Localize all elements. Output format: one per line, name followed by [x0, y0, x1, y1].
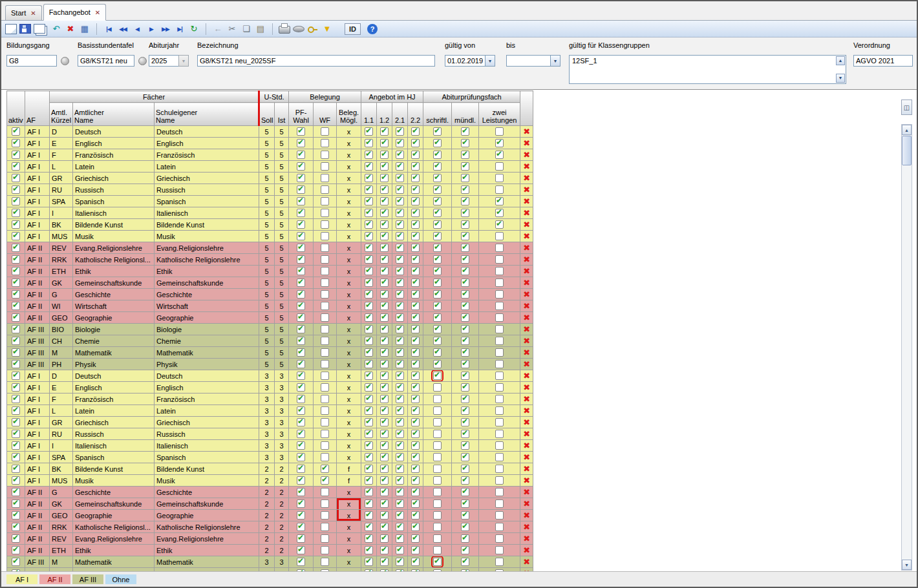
pf-wahl-checkbox[interactable]: ✔	[297, 395, 305, 403]
hj-1-1-checkbox[interactable]: ✔	[365, 313, 373, 322]
hj-1-2-checkbox[interactable]: ✔	[380, 511, 389, 520]
muendlich-checkbox[interactable]: ✔	[461, 348, 469, 357]
undo-icon[interactable]: ↶	[50, 23, 62, 35]
aktiv-checkbox[interactable]: ✔	[12, 197, 20, 205]
aktiv-checkbox[interactable]: ✔	[12, 232, 20, 240]
delete-row-icon[interactable]: ✖	[523, 196, 530, 206]
nav-rewind-icon[interactable]: ◀◀	[117, 23, 129, 35]
delete-row-icon[interactable]: ✖	[523, 138, 530, 148]
copy-icon[interactable]: ❏	[240, 23, 252, 35]
delete-row-icon[interactable]: ✖	[523, 371, 530, 381]
hj-1-2-checkbox[interactable]: ✔	[380, 558, 389, 566]
pf-wahl-checkbox[interactable]: ✔	[297, 348, 305, 357]
delete-cell[interactable]: ✖	[520, 196, 533, 207]
schriftlich-checkbox[interactable]: ✔	[433, 360, 442, 368]
hj-2-2-checkbox[interactable]: ✔	[411, 395, 420, 403]
hj-2-1-checkbox[interactable]: ✔	[396, 290, 404, 299]
wf-checkbox[interactable]	[321, 302, 329, 310]
delete-cell[interactable]: ✖	[520, 440, 533, 452]
delete-cell[interactable]: ✖	[520, 219, 533, 231]
hj-1-1-checkbox[interactable]: ✔	[365, 162, 373, 171]
nav-first-icon[interactable]: |◀	[103, 23, 114, 35]
delete-row-icon[interactable]: ✖	[523, 487, 530, 497]
col-header-1-2[interactable]: 1.2	[377, 103, 392, 126]
zwei-leistungen-checkbox[interactable]: ✔	[495, 209, 504, 217]
hj-2-1-checkbox[interactable]: ✔	[396, 232, 404, 240]
muendlich-checkbox[interactable]: ✔	[461, 476, 469, 485]
delete-cell[interactable]: ✖	[520, 300, 533, 312]
zwei-leistungen-checkbox[interactable]: ✔	[495, 197, 504, 205]
delete-row-icon[interactable]: ✖	[523, 324, 530, 334]
hj-1-2-checkbox[interactable]: ✔	[380, 534, 389, 543]
delete-row-icon[interactable]: ✖	[523, 173, 530, 183]
aktiv-checkbox[interactable]: ✔	[12, 360, 20, 368]
hj-2-2-checkbox[interactable]: ✔	[411, 302, 420, 310]
hj-2-1-checkbox[interactable]: ✔	[396, 348, 404, 357]
wf-checkbox[interactable]	[321, 151, 329, 159]
hj-1-1-checkbox[interactable]: ✔	[365, 499, 373, 508]
vertical-scrollbar[interactable]: ▲ ▼	[901, 124, 912, 571]
hj-1-1-checkbox[interactable]: ✔	[365, 174, 373, 182]
hj-1-2-checkbox[interactable]: ✔	[380, 139, 389, 147]
hj-1-2-checkbox[interactable]: ✔	[380, 372, 389, 380]
aktiv-checkbox[interactable]: ✔	[12, 511, 20, 520]
zwei-leistungen-checkbox[interactable]: ✔	[495, 139, 504, 147]
hj-2-2-checkbox[interactable]: ✔	[411, 465, 420, 473]
nav-prev-icon[interactable]: ◀	[131, 23, 143, 35]
muendlich-checkbox[interactable]: ✔	[461, 523, 469, 531]
delete-row-icon[interactable]: ✖	[523, 313, 530, 322]
hj-2-1-checkbox[interactable]: ✔	[396, 278, 404, 287]
zwei-leistungen-checkbox[interactable]	[495, 395, 504, 403]
delete-row-icon[interactable]: ✖	[523, 557, 530, 567]
schriftlich-checkbox[interactable]	[433, 499, 442, 508]
muendlich-checkbox[interactable]: ✔	[461, 372, 469, 380]
hj-1-1-checkbox[interactable]: ✔	[365, 418, 373, 426]
delete-cell[interactable]: ✖	[520, 405, 533, 417]
hj-2-2-checkbox[interactable]: ✔	[411, 406, 420, 415]
hj-2-2-checkbox[interactable]: ✔	[411, 232, 420, 240]
wf-checkbox[interactable]	[321, 488, 329, 496]
hj-2-1-checkbox[interactable]: ✔	[396, 511, 404, 520]
hj-1-2-checkbox[interactable]: ✔	[380, 441, 389, 450]
col-header-aktiv[interactable]: aktiv	[7, 91, 25, 126]
col-header-1-1[interactable]: 1.1	[361, 103, 377, 126]
aktiv-checkbox[interactable]: ✔	[12, 325, 20, 333]
hj-1-1-checkbox[interactable]: ✔	[365, 546, 373, 554]
hj-2-1-checkbox[interactable]: ✔	[396, 395, 404, 403]
schriftlich-checkbox[interactable]: ✔	[433, 325, 442, 333]
wf-checkbox[interactable]	[321, 267, 329, 275]
wf-checkbox[interactable]	[321, 185, 329, 194]
schriftlich-checkbox[interactable]	[433, 476, 442, 485]
schriftlich-checkbox[interactable]: ✔	[433, 209, 442, 217]
hj-2-1-checkbox[interactable]: ✔	[396, 476, 404, 485]
pf-wahl-checkbox[interactable]: ✔	[297, 511, 305, 520]
wf-checkbox[interactable]	[321, 558, 329, 566]
delete-cell[interactable]: ✖	[520, 254, 533, 266]
hj-2-2-checkbox[interactable]: ✔	[411, 244, 420, 252]
funnel-icon[interactable]: ▼	[321, 23, 333, 35]
aktiv-checkbox[interactable]: ✔	[12, 174, 20, 182]
hj-1-1-checkbox[interactable]: ✔	[365, 453, 373, 461]
schriftlich-checkbox[interactable]	[433, 430, 442, 438]
muendlich-checkbox[interactable]: ✔	[461, 267, 469, 275]
hj-1-1-checkbox[interactable]: ✔	[365, 523, 373, 531]
hj-2-1-checkbox[interactable]: ✔	[396, 441, 404, 450]
muendlich-checkbox[interactable]: ✔	[461, 151, 469, 159]
hj-1-2-checkbox[interactable]: ✔	[380, 406, 389, 415]
muendlich-checkbox[interactable]: ✔	[461, 290, 469, 299]
hj-2-2-checkbox[interactable]: ✔	[411, 476, 420, 485]
pf-wahl-checkbox[interactable]: ✔	[297, 534, 305, 543]
muendlich-checkbox[interactable]: ✔	[461, 209, 469, 217]
zwei-leistungen-checkbox[interactable]	[495, 302, 504, 310]
zwei-leistungen-checkbox[interactable]	[495, 290, 504, 299]
aktiv-checkbox[interactable]: ✔	[12, 267, 20, 275]
delete-row-icon[interactable]: ✖	[523, 231, 530, 241]
hj-2-1-checkbox[interactable]: ✔	[396, 360, 404, 368]
hj-2-2-checkbox[interactable]: ✔	[411, 546, 420, 554]
wf-checkbox[interactable]	[321, 244, 329, 252]
zwei-leistungen-checkbox[interactable]	[495, 313, 504, 322]
aktiv-checkbox[interactable]: ✔	[12, 441, 20, 450]
bis-input[interactable]	[506, 55, 550, 67]
id-button[interactable]: ID	[345, 23, 361, 35]
schriftlich-checkbox[interactable]	[433, 453, 442, 461]
